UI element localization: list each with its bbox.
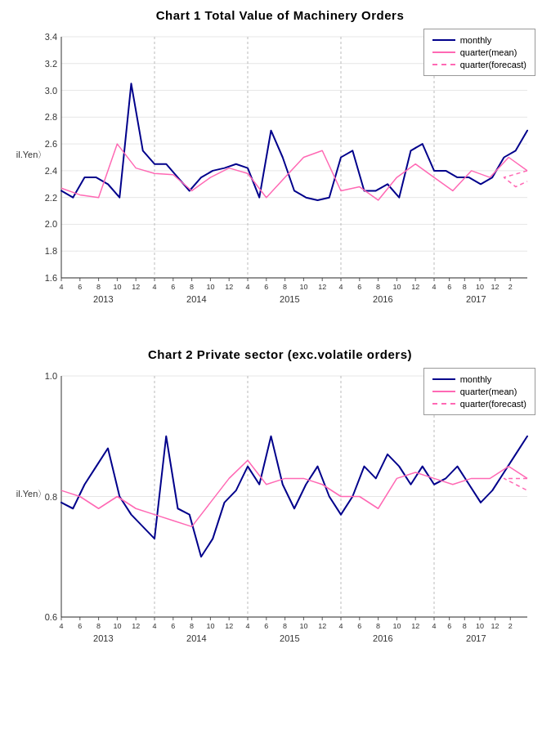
quarter-mean2-line-icon [432,391,455,392]
quarter-mean2-label: quarter(mean) [460,387,517,396]
chart1-container: 1.61.82.02.22.42.62.83.03.23.4〈Tril.Yen〉… [16,29,544,331]
svg-text:8: 8 [463,622,467,630]
svg-text:10: 10 [392,622,401,630]
page: Chart 1 Total Value of Machinery Orders … [0,0,560,695]
svg-text:4: 4 [338,622,343,630]
svg-text:2014: 2014 [186,633,206,643]
svg-text:2.0: 2.0 [45,219,57,229]
svg-text:12: 12 [225,283,233,291]
svg-text:12: 12 [318,622,326,630]
svg-text:6: 6 [264,283,268,291]
svg-text:6: 6 [447,622,451,630]
svg-text:6: 6 [171,283,175,291]
svg-text:4: 4 [432,283,436,291]
svg-text:2: 2 [508,283,513,291]
svg-text:2013: 2013 [93,633,113,643]
svg-text:4: 4 [152,622,156,630]
svg-text:8: 8 [190,622,194,630]
chart1-section: Chart 1 Total Value of Machinery Orders … [16,8,544,331]
legend2-quarter-forecast: quarter(forecast) [432,399,526,409]
svg-text:12: 12 [132,622,140,630]
quarter-forecast-label: quarter(forecast) [460,60,526,69]
legend-quarter-forecast: quarter(forecast) [432,60,526,69]
legend2-quarter-mean: quarter(mean) [432,387,526,396]
svg-text:1.0: 1.0 [45,371,57,381]
svg-text:1.6: 1.6 [45,273,57,283]
svg-text:2.6: 2.6 [45,139,57,149]
svg-text:12: 12 [225,622,233,630]
quarter-forecast2-line-icon [432,403,455,405]
svg-text:12: 12 [491,622,500,630]
svg-text:2015: 2015 [280,633,299,643]
svg-text:8: 8 [190,283,194,291]
legend-quarter-mean: quarter(mean) [432,47,526,57]
svg-text:2016: 2016 [373,294,392,304]
svg-text:2017: 2017 [466,633,486,643]
svg-text:6: 6 [171,622,175,630]
svg-text:4: 4 [245,283,249,291]
svg-text:3.4: 3.4 [45,32,57,42]
monthly-line-icon [432,39,455,42]
svg-text:8: 8 [96,622,101,630]
svg-text:6: 6 [78,283,82,291]
quarter-forecast2-label: quarter(forecast) [460,399,526,409]
legend-monthly: monthly [432,35,526,45]
svg-text:10: 10 [113,283,121,291]
chart2-container: 0.60.81.0〈Tril.Yen〉468101220134681012201… [16,368,544,670]
svg-text:10: 10 [299,622,307,630]
svg-text:0.6: 0.6 [45,612,57,622]
svg-text:6: 6 [357,283,361,291]
chart2-section: Chart 2 Private sector (exc.volatile ord… [16,347,544,670]
chart1-legend: monthly quarter(mean) quarter(forecast) [423,29,535,76]
chart2-legend: monthly quarter(mean) quarter(forecast) [423,368,535,415]
svg-text:10: 10 [392,283,401,291]
quarter-mean-line-icon [432,51,455,53]
quarter-forecast-line-icon [432,64,455,65]
svg-text:2.2: 2.2 [45,193,57,203]
svg-text:6: 6 [447,283,451,291]
svg-text:12: 12 [411,622,419,630]
svg-text:6: 6 [78,622,82,630]
svg-text:〈Tril.Yen〉: 〈Tril.Yen〉 [16,489,47,499]
svg-text:2016: 2016 [373,633,392,643]
svg-text:2017: 2017 [466,294,486,304]
svg-text:6: 6 [357,622,361,630]
chart2-title: Chart 2 Private sector (exc.volatile ord… [16,347,544,361]
svg-text:12: 12 [411,283,419,291]
svg-text:4: 4 [245,622,249,630]
svg-text:4: 4 [152,283,156,291]
svg-text:12: 12 [491,283,500,291]
svg-text:12: 12 [132,283,140,291]
svg-text:4: 4 [338,283,343,291]
monthly2-line-icon [432,378,455,381]
svg-text:6: 6 [264,622,268,630]
svg-text:2.4: 2.4 [45,166,57,176]
svg-text:10: 10 [476,283,484,291]
quarter-mean-label: quarter(mean) [460,47,517,57]
svg-text:8: 8 [283,622,287,630]
svg-text:4: 4 [59,622,63,630]
svg-text:8: 8 [376,622,380,630]
svg-text:8: 8 [96,283,101,291]
svg-text:10: 10 [476,622,484,630]
svg-text:2015: 2015 [280,294,299,304]
svg-text:12: 12 [318,283,326,291]
svg-text:2013: 2013 [93,294,113,304]
svg-text:10: 10 [206,622,214,630]
svg-text:3.2: 3.2 [45,59,57,69]
chart1-title: Chart 1 Total Value of Machinery Orders [16,8,544,22]
svg-text:4: 4 [59,283,63,291]
legend2-monthly: monthly [432,374,526,384]
svg-text:8: 8 [376,283,380,291]
svg-text:3.0: 3.0 [45,86,57,96]
svg-text:10: 10 [299,283,307,291]
svg-text:10: 10 [113,622,121,630]
svg-text:8: 8 [463,283,467,291]
svg-text:10: 10 [206,283,214,291]
svg-text:2: 2 [508,622,513,630]
monthly-label: monthly [460,35,492,45]
monthly2-label: monthly [460,374,492,384]
svg-text:2.8: 2.8 [45,112,57,122]
svg-text:〈Tril.Yen〉: 〈Tril.Yen〉 [16,150,47,159]
svg-text:8: 8 [283,283,287,291]
